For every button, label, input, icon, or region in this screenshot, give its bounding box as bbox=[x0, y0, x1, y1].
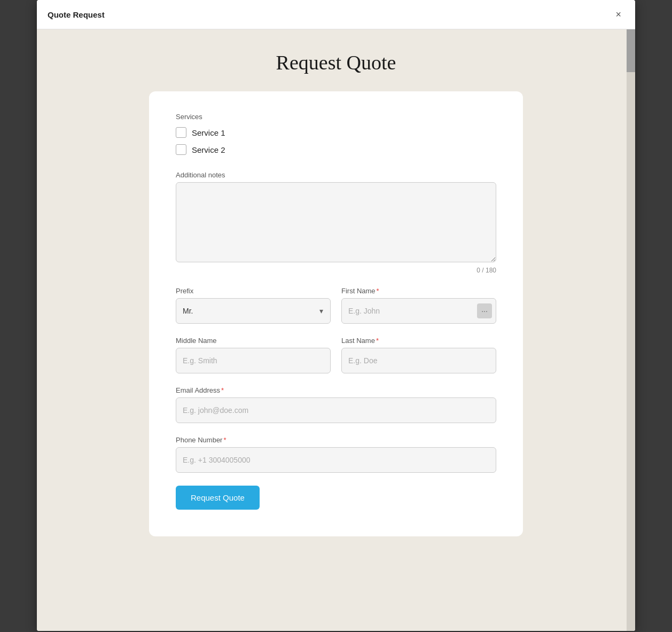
prefix-select-wrapper: Mr. Mrs. Ms. Dr. Prof. ▾ bbox=[176, 298, 331, 324]
page-title: Request Quote bbox=[37, 51, 635, 74]
service2-label: Service 2 bbox=[192, 145, 225, 154]
required-star-last: * bbox=[376, 337, 379, 345]
checkbox-group: Service 1 Service 2 bbox=[176, 127, 496, 155]
middle-name-label: Middle Name bbox=[176, 337, 331, 345]
services-section: Services Service 1 Service 2 bbox=[176, 113, 496, 155]
prefix-field: Prefix Mr. Mrs. Ms. Dr. Prof. ▾ bbox=[176, 287, 331, 324]
email-label: Email Address* bbox=[176, 386, 496, 394]
required-star-phone: * bbox=[223, 436, 226, 444]
email-field: Email Address* bbox=[176, 386, 496, 423]
last-name-label: Last Name* bbox=[341, 337, 496, 345]
modal-title: Quote Request bbox=[48, 10, 105, 19]
service1-checkbox[interactable] bbox=[176, 127, 186, 138]
middle-name-field: Middle Name bbox=[176, 337, 331, 373]
scrollbar-track[interactable] bbox=[627, 29, 635, 631]
service2-checkbox[interactable] bbox=[176, 144, 186, 155]
phone-input[interactable] bbox=[176, 447, 496, 473]
prefix-label: Prefix bbox=[176, 287, 331, 295]
middlename-lastname-row: Middle Name Last Name* bbox=[176, 337, 496, 373]
service1-label: Service 1 bbox=[192, 128, 225, 137]
services-label: Services bbox=[176, 113, 496, 121]
form-card: Services Service 1 Service 2 Additional … bbox=[149, 91, 523, 536]
modal-body: Request Quote Services Service 1 Service… bbox=[37, 29, 635, 631]
first-name-field: First Name* ··· bbox=[341, 287, 496, 324]
required-star: * bbox=[377, 287, 379, 295]
char-count: 0 / 180 bbox=[176, 267, 496, 274]
textarea-wrapper bbox=[176, 182, 496, 264]
phone-label: Phone Number* bbox=[176, 436, 496, 444]
last-name-field: Last Name* bbox=[341, 337, 496, 373]
service1-checkbox-item[interactable]: Service 1 bbox=[176, 127, 496, 138]
prefix-firstname-row: Prefix Mr. Mrs. Ms. Dr. Prof. ▾ bbox=[176, 287, 496, 324]
close-button[interactable]: × bbox=[612, 9, 624, 20]
first-name-icon-button[interactable]: ··· bbox=[477, 303, 492, 318]
service2-checkbox-item[interactable]: Service 2 bbox=[176, 144, 496, 155]
modal-container: Quote Request × Request Quote Services S… bbox=[37, 0, 635, 631]
prefix-select[interactable]: Mr. Mrs. Ms. Dr. Prof. bbox=[176, 298, 331, 324]
last-name-input[interactable] bbox=[341, 348, 496, 373]
phone-field: Phone Number* bbox=[176, 436, 496, 473]
email-input[interactable] bbox=[176, 397, 496, 423]
additional-notes-label: Additional notes bbox=[176, 171, 496, 179]
submit-button[interactable]: Request Quote bbox=[176, 486, 260, 510]
middle-name-input[interactable] bbox=[176, 348, 331, 373]
submit-section: Request Quote bbox=[176, 486, 496, 510]
first-name-input[interactable] bbox=[341, 298, 496, 324]
modal-header: Quote Request × bbox=[37, 0, 635, 29]
scrollbar-thumb[interactable] bbox=[627, 29, 635, 72]
first-name-wrapper: ··· bbox=[341, 298, 496, 324]
dots-icon: ··· bbox=[481, 307, 488, 315]
required-star-email: * bbox=[221, 386, 224, 394]
additional-notes-textarea[interactable] bbox=[176, 182, 496, 262]
first-name-label: First Name* bbox=[341, 287, 496, 295]
additional-notes-section: Additional notes 0 / 180 bbox=[176, 171, 496, 274]
